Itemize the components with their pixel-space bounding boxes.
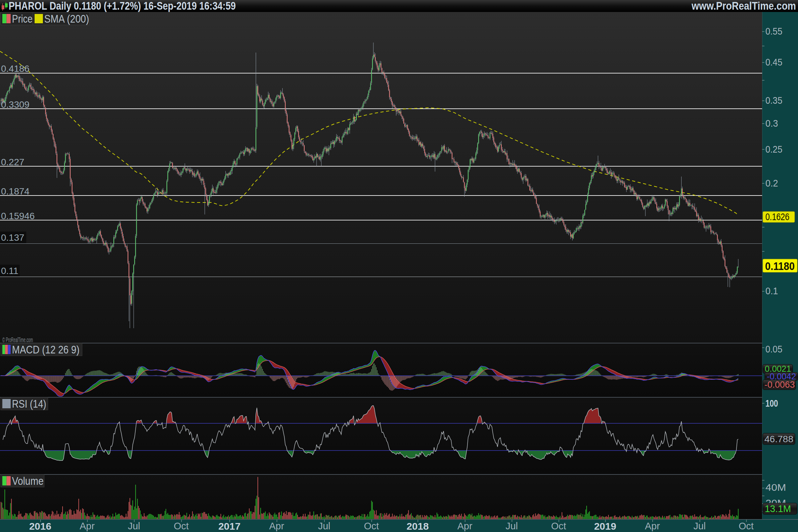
svg-text:100: 100 bbox=[765, 398, 778, 408]
svg-text:0.15946: 0.15946 bbox=[1, 211, 35, 221]
svg-text:0.4186: 0.4186 bbox=[1, 63, 30, 74]
svg-text:Volume: Volume bbox=[12, 475, 43, 487]
svg-text:46.788: 46.788 bbox=[764, 434, 793, 444]
svg-text:0.3: 0.3 bbox=[765, 118, 778, 129]
svg-text:0.1: 0.1 bbox=[765, 286, 778, 296]
svg-text:Apr: Apr bbox=[269, 521, 284, 531]
svg-text:0.45: 0.45 bbox=[765, 57, 782, 68]
svg-text:SMA (200): SMA (200) bbox=[44, 13, 89, 25]
svg-text:-0.0063: -0.0063 bbox=[764, 380, 795, 390]
svg-text:0.227: 0.227 bbox=[1, 157, 24, 167]
svg-text:0.05: 0.05 bbox=[765, 344, 782, 355]
svg-text:0.2: 0.2 bbox=[765, 178, 778, 189]
svg-text:0.137: 0.137 bbox=[1, 232, 24, 243]
svg-text:0.1626: 0.1626 bbox=[765, 211, 790, 222]
svg-text:Jul: Jul bbox=[318, 521, 330, 531]
svg-text:0.1180: 0.1180 bbox=[765, 260, 795, 272]
svg-text:0.1874: 0.1874 bbox=[1, 186, 30, 196]
svg-text:PHAROL Daily 0.1180 (+1.72%) 1: PHAROL Daily 0.1180 (+1.72%) 16-Sep-2019… bbox=[8, 0, 236, 12]
svg-text:Apr: Apr bbox=[457, 521, 472, 531]
svg-text:Oct: Oct bbox=[174, 521, 189, 531]
svg-text:40M: 40M bbox=[765, 482, 786, 493]
svg-text:Apr: Apr bbox=[645, 521, 660, 531]
svg-text:Jul: Jul bbox=[128, 521, 140, 531]
svg-text:2016: 2016 bbox=[29, 521, 52, 532]
svg-text:0.11: 0.11 bbox=[1, 266, 18, 276]
svg-text:Price: Price bbox=[12, 13, 33, 25]
svg-text:RSI (14): RSI (14) bbox=[12, 398, 46, 410]
svg-text:MACD (12 26 9): MACD (12 26 9) bbox=[12, 343, 79, 356]
svg-text:Jul: Jul bbox=[693, 521, 706, 531]
svg-text:Oct: Oct bbox=[364, 521, 379, 531]
svg-text:0.3309: 0.3309 bbox=[1, 99, 30, 110]
svg-text:Apr: Apr bbox=[79, 521, 94, 531]
svg-text:Oct: Oct bbox=[551, 521, 566, 531]
svg-text:0.55: 0.55 bbox=[765, 26, 782, 37]
svg-text:13.1M: 13.1M bbox=[765, 504, 791, 514]
svg-text:Jul: Jul bbox=[506, 521, 518, 531]
svg-text:2017: 2017 bbox=[218, 521, 241, 532]
svg-text:0.25: 0.25 bbox=[765, 144, 782, 155]
svg-text:© ProRealTime.com: © ProRealTime.com bbox=[2, 336, 33, 343]
svg-text:0.35: 0.35 bbox=[765, 95, 782, 106]
svg-text:2019: 2019 bbox=[594, 521, 616, 532]
svg-text:www.ProRealTime.com: www.ProRealTime.com bbox=[691, 0, 796, 12]
svg-text:Oct: Oct bbox=[739, 521, 754, 531]
svg-text:2018: 2018 bbox=[407, 521, 429, 532]
